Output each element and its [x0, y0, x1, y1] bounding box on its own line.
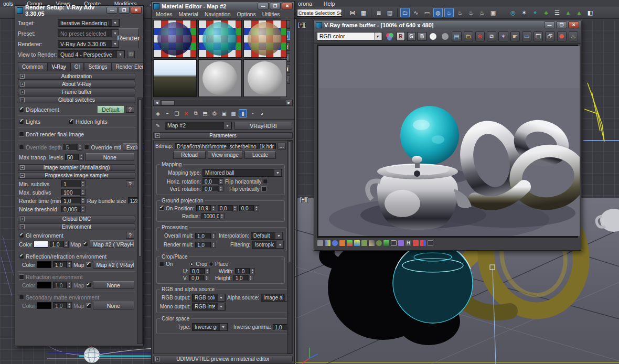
switch-to-alpha-icon[interactable]	[440, 31, 450, 41]
material-name-dropdown[interactable]: Map #2	[165, 122, 232, 130]
matte-map-checkbox[interactable]	[86, 303, 91, 308]
render-last-icon[interactable]: ♨	[569, 31, 578, 41]
menu-utilities[interactable]: Utilities	[262, 11, 280, 17]
go-to-parent-icon[interactable]: ▮	[239, 109, 247, 117]
override-mtl-checkbox[interactable]	[84, 145, 89, 150]
rollout-about-vray[interactable]: +About V-Ray	[18, 81, 135, 88]
render-iterative-icon[interactable]: ♨	[466, 8, 476, 17]
vfb-levels-icon[interactable]	[369, 240, 375, 246]
gi-environment-checkbox[interactable]	[19, 233, 24, 238]
compare-images-icon[interactable]: 🗗	[545, 31, 554, 41]
filtering-dropdown[interactable]: Isotropic	[252, 241, 284, 249]
vfb-histogram-icon[interactable]	[325, 240, 330, 246]
scatter-icon[interactable]: ◧	[585, 8, 595, 17]
refl-color-swatch[interactable]	[37, 261, 51, 268]
vfb-icc-icon[interactable]: H	[405, 240, 411, 246]
max-transp-spinner[interactable]: 50	[65, 154, 84, 160]
scroll-left-arrow[interactable]: ◀	[154, 100, 160, 105]
scene-explorer-icon[interactable]: ≣	[374, 8, 383, 17]
override-depth-spinner[interactable]: 5	[63, 144, 82, 151]
render-setup-titlebar[interactable]: Render Setup: V-Ray Adv 3.30.05 — ❐ ✕	[15, 6, 143, 15]
sample-material-icon[interactable]: ◕	[258, 109, 266, 117]
target-dropdown[interactable]: Iterative Rendering Mode	[58, 19, 120, 27]
render-button[interactable]: Render	[118, 28, 139, 48]
width-spinner[interactable]: 1,0	[235, 268, 255, 274]
render-time-spinner[interactable]: 1,0	[61, 197, 86, 204]
horiz-rotation-spinner[interactable]: 0,0	[202, 178, 223, 185]
vfb-exposure-icon[interactable]	[339, 240, 345, 246]
mirror-icon[interactable]: ⋈	[348, 8, 357, 17]
vfb-white-balance-icon[interactable]	[347, 240, 353, 246]
render-preview-icon[interactable]: ♨	[477, 8, 487, 17]
render-production-icon[interactable]: ♨	[455, 8, 465, 17]
matte-environment-checkbox[interactable]	[19, 295, 24, 300]
minimize-button[interactable]: —	[258, 3, 269, 9]
rollout-parameters[interactable]: −Parameters	[153, 132, 293, 139]
track-mouse-icon[interactable]: ☛	[510, 31, 520, 41]
rollout-environment[interactable]: −Environment	[18, 223, 135, 230]
tree-2-icon[interactable]: ▲	[574, 8, 584, 17]
align-icon[interactable]: ▦	[359, 8, 368, 17]
close-button[interactable]: ✕	[282, 3, 293, 9]
overall-mult-spinner[interactable]: 1,0	[195, 233, 216, 239]
render-mult-spinner[interactable]: 1,0	[195, 242, 216, 248]
vfb-hsl-icon[interactable]	[354, 240, 360, 246]
help-button[interactable]: ?	[126, 106, 134, 113]
progressive-help-button[interactable]: ?	[126, 180, 134, 187]
get-material-icon[interactable]: ◈	[154, 109, 162, 117]
v-spinner[interactable]: 0,0	[189, 275, 209, 281]
clear-image-icon[interactable]: ⊗	[475, 31, 485, 41]
scrollbar-thumb[interactable]	[161, 100, 175, 105]
sample-slot[interactable]	[243, 59, 287, 97]
make-unique-icon[interactable]: ⧉	[191, 109, 200, 117]
view-to-render-dropdown[interactable]: Quad 4 - Perspective	[58, 50, 125, 58]
minimize-button[interactable]: —	[106, 7, 118, 14]
vfb-curves-icon[interactable]	[376, 240, 382, 246]
environment-help-button[interactable]: ?	[126, 232, 134, 239]
maximize-button[interactable]: ❐	[119, 7, 130, 14]
sample-slots-scrollbar[interactable]: ◀ ▶	[153, 100, 293, 106]
crop-radio[interactable]	[189, 262, 194, 266]
radius-spinner[interactable]: 1000,0	[201, 213, 225, 219]
rollout-global-dmc[interactable]: +Global DMC	[18, 216, 135, 222]
default-button[interactable]: Default	[97, 105, 124, 113]
refl-mult-spinner[interactable]: 1,0	[53, 261, 72, 268]
matte-mult-spinner[interactable]: 1,0	[53, 302, 72, 309]
gi-color-swatch[interactable]	[34, 241, 48, 248]
menu-options[interactable]: Options	[237, 11, 256, 17]
tree-icon[interactable]: ▲	[563, 8, 573, 17]
reload-button[interactable]: Reload	[173, 151, 206, 159]
assign-to-selection-icon[interactable]: ❏	[173, 109, 181, 117]
vfb-ocio-icon[interactable]	[398, 240, 404, 246]
region-render-icon[interactable]: 🗔	[533, 31, 543, 41]
dont-render-final-checkbox[interactable]	[19, 132, 24, 137]
camera-tools-icon[interactable]: ⌖	[530, 8, 540, 17]
green-channel-button[interactable]: G	[407, 32, 415, 41]
interpolation-dropdown[interactable]: Default	[251, 232, 283, 240]
crop-on-checkbox[interactable]	[159, 262, 164, 267]
rollout-frame-buffer[interactable]: +Frame buffer	[18, 89, 135, 95]
mapping-type-dropdown[interactable]: Mirrored ball	[202, 169, 282, 177]
render-setup-scrollbar[interactable]	[137, 98, 143, 344]
put-to-library-icon[interactable]: ⬒	[201, 109, 209, 117]
menu-tools[interactable]: ools	[3, 1, 13, 7]
vfb-info-icon[interactable]	[317, 240, 323, 246]
flip-horizontally-checkbox[interactable]	[263, 179, 268, 184]
menu-material[interactable]: Material	[179, 11, 198, 17]
vfb-bloom-icon[interactable]	[413, 240, 419, 246]
bitmap-browse-button[interactable]: ...	[278, 143, 286, 149]
refr-mult-spinner[interactable]: 1,0	[53, 282, 72, 288]
position-y-spinner[interactable]: 0,0	[218, 205, 238, 211]
tab-vray[interactable]: V-Ray	[48, 62, 70, 71]
vfb-region-icon[interactable]	[428, 240, 433, 246]
put-to-scene-icon[interactable]: ◓	[163, 109, 172, 117]
place-radio[interactable]	[209, 262, 214, 266]
stereo-view-icon[interactable]: ▭	[522, 31, 531, 41]
override-depth-checkbox[interactable]	[19, 145, 24, 150]
preset-dropdown[interactable]: No preset selected	[58, 29, 120, 37]
gi-mult-spinner[interactable]: 1,0	[50, 241, 69, 248]
forest-tools-icon[interactable]: ♣	[541, 8, 551, 17]
light-lister-icon[interactable]: ◎	[508, 8, 518, 17]
position-z-spinner[interactable]: 0,0	[239, 205, 259, 211]
matte-map-button[interactable]: None	[93, 302, 134, 309]
